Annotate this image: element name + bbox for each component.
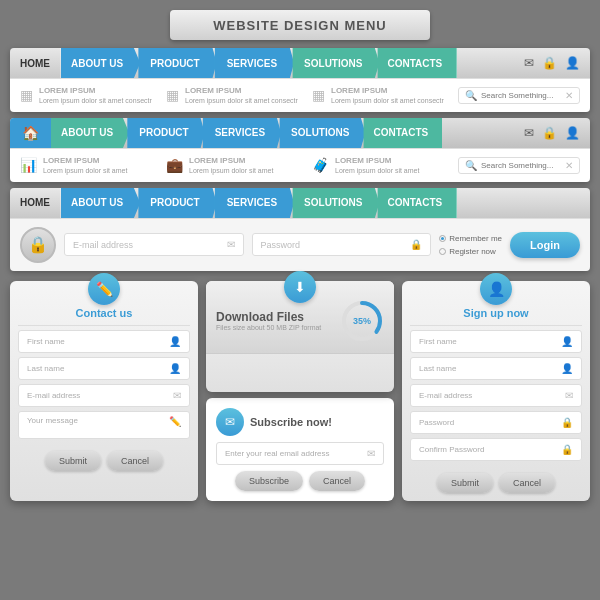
user-icon-contact-1: 👤 xyxy=(169,336,181,347)
signup-confirm-label: Confirm Password xyxy=(419,445,484,454)
signup-first-name-field[interactable]: First name 👤 xyxy=(410,330,582,353)
page-title-bar: WEBSITE DESIGN MENU xyxy=(170,10,430,40)
nav-icons-1: ✉ 🔒 👤 xyxy=(524,56,590,70)
clear-icon-1[interactable]: ✕ xyxy=(565,90,573,101)
nav-services-2[interactable]: SERVICES xyxy=(199,118,281,148)
nav-services-1[interactable]: SERVICES xyxy=(211,48,294,78)
user-icon-1[interactable]: 👤 xyxy=(565,56,580,70)
sub-desc-1: Lorem ipsum dolor sit amet consectr xyxy=(39,97,152,104)
subscribe-button[interactable]: Subscribe xyxy=(235,471,303,491)
download-desc: Files size about 50 MB ZIP format xyxy=(216,324,321,331)
register-option[interactable]: Register now xyxy=(439,247,502,256)
register-radio[interactable] xyxy=(439,248,446,255)
sub-label-1: LOREM IPSUM xyxy=(39,85,152,96)
login-button[interactable]: Login xyxy=(510,232,580,258)
signup-widget: 👤 Sign up now First name 👤 Last name 👤 E… xyxy=(402,281,590,501)
user-icon-2[interactable]: 👤 xyxy=(565,126,580,140)
email-contact-label: E-mail address xyxy=(27,391,80,400)
lock-icon-signup-2: 🔒 xyxy=(561,444,573,455)
contact-divider xyxy=(18,325,190,326)
envelope-icon-signup: ✉ xyxy=(565,390,573,401)
signup-last-name-field[interactable]: Last name 👤 xyxy=(410,357,582,380)
nav-contacts-3[interactable]: CONTACTS xyxy=(373,188,457,218)
lock-icon-1[interactable]: 🔒 xyxy=(542,56,557,70)
signup-confirm-field[interactable]: Confirm Password 🔒 xyxy=(410,438,582,461)
nav-solutions-2[interactable]: SOLUTIONS xyxy=(275,118,365,148)
sub-item-2: ▦ LOREM IPSUM Lorem ipsum dolor sit amet… xyxy=(166,85,302,106)
sub-item-1: ▦ LOREM IPSUM Lorem ipsum dolor sit amet… xyxy=(20,85,156,106)
nav-product-2[interactable]: PRODUCT xyxy=(123,118,204,148)
sub-label-5: LOREM IPSUM xyxy=(189,155,273,166)
nav-contacts-2[interactable]: CONTACTS xyxy=(359,118,442,148)
contact-cancel-button[interactable]: Cancel xyxy=(107,451,163,471)
sub-item-6: 🧳 LOREM IPSUM Lorem ipsum dolor sit amet xyxy=(312,155,448,176)
login-bar: 🔒 E-mail address ✉ Password 🔒 Remember m… xyxy=(10,218,590,271)
progress-label: 35% xyxy=(353,316,371,326)
sub-label-4: LOREM IPSUM xyxy=(43,155,127,166)
sub-desc-6: Lorem ipsum dolor sit amet xyxy=(335,167,419,174)
nav-about-2[interactable]: ABOUT US xyxy=(51,118,129,148)
nav-about-3[interactable]: ABOUT US xyxy=(61,188,140,218)
search-input-2[interactable] xyxy=(481,161,561,170)
sub-desc-3: Lorem ipsum dolor sit amet consectr xyxy=(331,97,444,104)
subscribe-header: ✉ Subscribe now! xyxy=(216,408,384,436)
nav-home-1[interactable]: HOME xyxy=(10,48,61,78)
nav-product-3[interactable]: PRODUCT xyxy=(134,188,216,218)
lock-circle: 🔒 xyxy=(20,227,56,263)
remember-radio[interactable] xyxy=(439,235,446,242)
last-name-label: Last name xyxy=(27,364,64,373)
nav-solutions-1[interactable]: SOLUTIONS xyxy=(288,48,379,78)
sub-label-6: LOREM IPSUM xyxy=(335,155,419,166)
briefcase-icon: 💼 xyxy=(166,157,183,173)
signup-password-field[interactable]: Password 🔒 xyxy=(410,411,582,434)
signup-cancel-button[interactable]: Cancel xyxy=(499,473,555,493)
signup-password-label: Password xyxy=(419,418,454,427)
clear-icon-2[interactable]: ✕ xyxy=(565,160,573,171)
nav-home-3[interactable]: HOME xyxy=(10,188,61,218)
mail-icon-2[interactable]: ✉ xyxy=(524,126,534,140)
widgets-row: ✏️ Contact us First name 👤 Last name 👤 E… xyxy=(10,281,590,501)
chart-icon: 📊 xyxy=(20,157,37,173)
sub-desc-2: Lorem ipsum dolor sit amet consectr xyxy=(185,97,298,104)
password-lock-icon: 🔒 xyxy=(410,239,422,250)
sub-desc-5: Lorem ipsum dolor sit amet xyxy=(189,167,273,174)
download-widget: ⬇ Download Files Files size about 50 MB … xyxy=(206,281,394,392)
signup-icon-circle: 👤 xyxy=(480,273,512,305)
grid-icon-3: ▦ xyxy=(312,87,325,103)
search-box-2[interactable]: 🔍 ✕ xyxy=(458,157,580,174)
subscribe-btn-row: Subscribe Cancel xyxy=(216,471,384,491)
first-name-field[interactable]: First name 👤 xyxy=(18,330,190,353)
email-field[interactable]: E-mail address ✉ xyxy=(64,233,244,256)
contact-btn-row: Submit Cancel xyxy=(10,443,198,479)
message-field[interactable]: Your message ✏️ xyxy=(18,411,190,439)
subscribe-email-field[interactable]: Enter your real email address ✉ xyxy=(216,442,384,465)
remember-me-option[interactable]: Remember me xyxy=(439,234,502,243)
nav-about-1[interactable]: ABOUT US xyxy=(61,48,140,78)
lock-icon-signup-1: 🔒 xyxy=(561,417,573,428)
user-icon-contact-2: 👤 xyxy=(169,363,181,374)
nav-services-3[interactable]: SERVICES xyxy=(211,188,294,218)
password-field[interactable]: Password 🔒 xyxy=(252,233,432,256)
signup-divider xyxy=(410,325,582,326)
signup-email-field[interactable]: E-mail address ✉ xyxy=(410,384,582,407)
contact-submit-button[interactable]: Submit xyxy=(45,451,101,471)
search-input-1[interactable] xyxy=(481,91,561,100)
nav-home-btn-2[interactable]: 🏠 xyxy=(10,118,51,148)
nav-contacts-1[interactable]: CONTACTS xyxy=(373,48,457,78)
last-name-field[interactable]: Last name 👤 xyxy=(18,357,190,380)
search-box-1[interactable]: 🔍 ✕ xyxy=(458,87,580,104)
subscribe-envelope-icon: ✉ xyxy=(216,408,244,436)
email-contact-field[interactable]: E-mail address ✉ xyxy=(18,384,190,407)
nav-product-1[interactable]: PRODUCT xyxy=(134,48,216,78)
subscribe-cancel-button[interactable]: Cancel xyxy=(309,471,365,491)
lock-icon-2[interactable]: 🔒 xyxy=(542,126,557,140)
sub-label-2: LOREM IPSUM xyxy=(185,85,298,96)
nav-section-2: 🏠 ABOUT US PRODUCT SERVICES SOLUTIONS CO… xyxy=(10,118,590,182)
grid-icon-2: ▦ xyxy=(166,87,179,103)
mail-icon-1[interactable]: ✉ xyxy=(524,56,534,70)
signup-submit-button[interactable]: Submit xyxy=(437,473,493,493)
search-icon-2: 🔍 xyxy=(465,160,477,171)
subscribe-widget: ✉ Subscribe now! Enter your real email a… xyxy=(206,398,394,501)
nav-solutions-3[interactable]: SOLUTIONS xyxy=(288,188,379,218)
middle-column: ⬇ Download Files Files size about 50 MB … xyxy=(206,281,394,501)
